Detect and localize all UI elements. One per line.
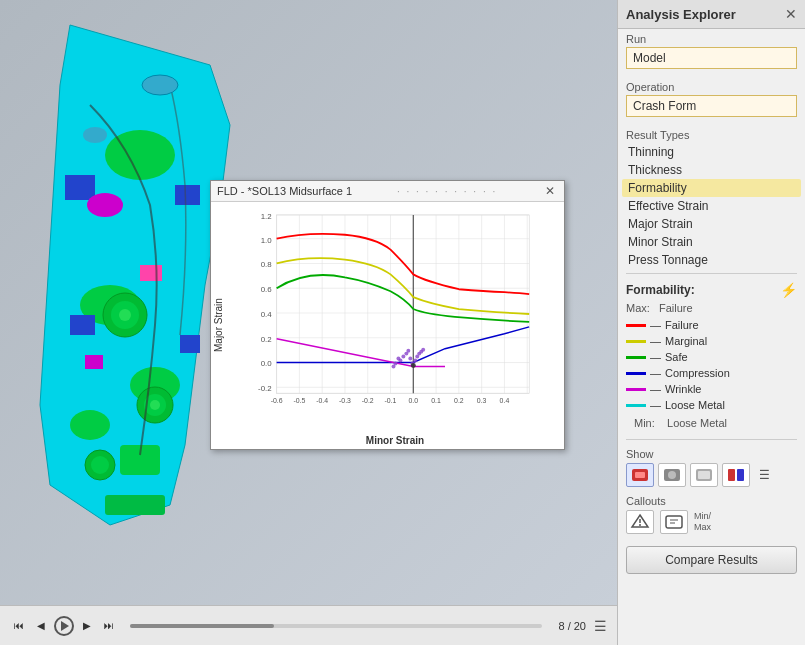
step-back-button[interactable]: ◀	[32, 617, 50, 635]
frame-list-icon[interactable]: ☰	[594, 618, 607, 634]
callouts-icons: Min/Max	[626, 510, 797, 534]
formability-header: Formability: ⚡	[626, 282, 797, 298]
callout-btn-2[interactable]	[660, 510, 688, 534]
legend-item-wrinkle: — Wrinkle	[626, 381, 797, 397]
result-item-press-tonnage[interactable]: Press Tonnage	[622, 251, 801, 269]
svg-text:0.2: 0.2	[454, 397, 464, 404]
max-value: Failure	[659, 302, 693, 314]
min-text: Min:	[634, 417, 655, 429]
svg-point-90	[639, 524, 641, 526]
legend-item-compression: — Compression	[626, 365, 797, 381]
svg-point-68	[406, 349, 410, 353]
callouts-section: Callouts Min/Max	[618, 491, 805, 538]
legend-label-failure: Failure	[665, 319, 699, 331]
legend-item-safe: — Safe	[626, 349, 797, 365]
svg-point-66	[401, 355, 405, 359]
fld-close-button[interactable]: ✕	[542, 184, 558, 198]
svg-text:-0.2: -0.2	[362, 397, 374, 404]
legend-item-loose-metal: — Loose Metal	[626, 397, 797, 413]
progress-fill	[130, 624, 274, 628]
divider-1	[626, 273, 797, 274]
callout-btn-1[interactable]	[626, 510, 654, 534]
legend-label-safe: Safe	[665, 351, 688, 363]
svg-text:-0.2: -0.2	[258, 384, 272, 393]
legend-label-loose-metal: Loose Metal	[665, 399, 725, 411]
svg-point-20	[142, 75, 178, 95]
show-list-button[interactable]: ☰	[754, 465, 774, 485]
result-item-major-strain[interactable]: Major Strain	[622, 215, 801, 233]
result-item-formability[interactable]: Formability	[622, 179, 801, 197]
legend-item-marginal: — Marginal	[626, 333, 797, 349]
frame-counter: 8 / 20	[558, 620, 586, 632]
canvas-area: FLD - *SOL13 Midsurface 1 · · · · · · · …	[0, 0, 617, 605]
legend-label-compression: Compression	[665, 367, 730, 379]
min-section: Min: Loose Metal	[626, 415, 797, 431]
svg-rect-7	[175, 185, 200, 205]
panel-close-button[interactable]: ✕	[785, 6, 797, 22]
panel-title: Analysis Explorer	[626, 7, 736, 22]
fld-title: FLD - *SOL13 Midsurface 1	[217, 185, 352, 197]
svg-point-78	[421, 348, 425, 352]
result-item-effective-strain[interactable]: Effective Strain	[622, 197, 801, 215]
fld-title-dots: · · · · · · · · · · ·	[352, 186, 542, 197]
legend-color-marginal	[626, 340, 646, 343]
legend-dash-compression: —	[650, 367, 661, 379]
svg-text:-0.5: -0.5	[293, 397, 305, 404]
skip-to-end-button[interactable]: ⏭	[100, 617, 118, 635]
callout-svg-1	[630, 513, 650, 531]
playback-bar: ⏮ ◀ ▶ ⏭ 8 / 20 ☰	[0, 605, 617, 645]
show-icon-4[interactable]	[722, 463, 750, 487]
fld-x-label: Minor Strain	[366, 435, 424, 446]
fld-y-label: Major Strain	[211, 202, 226, 448]
skip-to-start-button[interactable]: ⏮	[10, 617, 28, 635]
result-item-thinning[interactable]: Thinning	[622, 143, 801, 161]
progress-track[interactable]	[130, 624, 542, 628]
step-forward-button[interactable]: ▶	[78, 617, 96, 635]
legend-dash-failure: —	[650, 319, 661, 331]
lightning-icon[interactable]: ⚡	[780, 282, 797, 298]
result-item-minor-strain[interactable]: Minor Strain	[622, 233, 801, 251]
legend-dash-loose-metal: —	[650, 399, 661, 411]
svg-rect-85	[698, 471, 710, 479]
svg-rect-6	[70, 315, 95, 335]
show-icons: ☰	[626, 463, 797, 487]
right-panel: Analysis Explorer ✕ Run Model Operation …	[617, 0, 805, 645]
svg-point-69	[408, 357, 412, 361]
svg-rect-10	[140, 265, 162, 281]
svg-text:0.6: 0.6	[261, 285, 273, 294]
svg-text:-0.6: -0.6	[271, 397, 283, 404]
play-button[interactable]	[54, 616, 74, 636]
svg-text:0.2: 0.2	[261, 335, 272, 344]
result-item-thickness[interactable]: Thickness	[622, 161, 801, 179]
formability-title: Formability:	[626, 283, 695, 297]
svg-point-76	[392, 365, 396, 369]
show-svg-4	[727, 467, 745, 483]
show-icon-2[interactable]	[658, 463, 686, 487]
callouts-label: Callouts	[626, 495, 797, 507]
svg-text:-0.3: -0.3	[339, 397, 351, 404]
svg-rect-8	[180, 335, 200, 353]
svg-rect-23	[277, 215, 530, 393]
minmax-label: Min/Max	[694, 511, 711, 533]
min-value: Loose Metal	[667, 417, 727, 429]
legend-label-wrinkle: Wrinkle	[665, 383, 701, 395]
panel-scrollable: Run Model Operation Crash Form Result Ty…	[618, 29, 805, 645]
legend-item-failure: — Failure	[626, 317, 797, 333]
legend-color-failure	[626, 324, 646, 327]
run-value[interactable]: Model	[626, 47, 797, 69]
fld-svg: 1.2 1.0 0.8 0.6 0.4 0.2 0.0 -0.2 -0.6 -0…	[230, 210, 556, 418]
svg-rect-87	[737, 469, 744, 481]
run-label: Run	[626, 33, 797, 45]
show-icon-1[interactable]	[626, 463, 654, 487]
operation-value[interactable]: Crash Form	[626, 95, 797, 117]
play-icon	[61, 621, 69, 631]
legend-dash-safe: —	[650, 351, 661, 363]
svg-point-17	[150, 400, 160, 410]
compare-results-button[interactable]: Compare Results	[626, 546, 797, 574]
svg-rect-81	[635, 472, 645, 478]
fld-content: Major Strain	[211, 202, 564, 448]
legend-color-compression	[626, 372, 646, 375]
show-icon-3[interactable]	[690, 463, 718, 487]
legend-label-marginal: Marginal	[665, 335, 707, 347]
svg-text:0.0: 0.0	[261, 359, 273, 368]
